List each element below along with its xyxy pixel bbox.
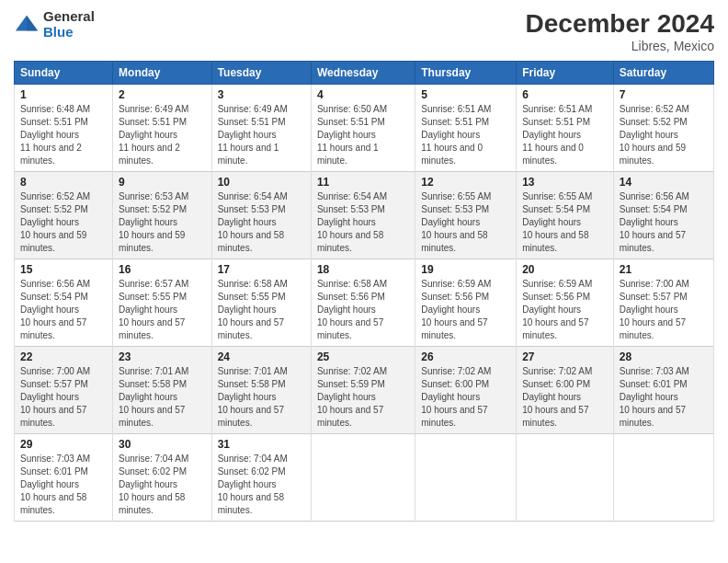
- header-tuesday: Tuesday: [211, 62, 311, 85]
- daylight-label: Daylight hours: [522, 130, 581, 140]
- day-info: Sunrise: 6:49 AM Sunset: 5:51 PM Dayligh…: [119, 103, 206, 167]
- sunrise-label: Sunrise: 6:59 AM: [421, 279, 491, 289]
- daylight-label: Daylight hours: [522, 217, 581, 227]
- sunrise-label: Sunrise: 6:53 AM: [119, 191, 188, 201]
- day-info: Sunrise: 6:57 AM Sunset: 5:55 PM Dayligh…: [119, 278, 206, 342]
- daylight-value: 10 hours and 59 minutes.: [119, 230, 185, 253]
- sunset-label: Sunset: 6:01 PM: [620, 379, 688, 389]
- day-info: Sunrise: 7:00 AM Sunset: 5:57 PM Dayligh…: [620, 278, 708, 342]
- sunset-label: Sunset: 5:51 PM: [218, 117, 286, 127]
- calendar-cell: 10 Sunrise: 6:54 AM Sunset: 5:53 PM Dayl…: [211, 172, 311, 259]
- day-number: 9: [119, 176, 206, 189]
- day-info: Sunrise: 7:02 AM Sunset: 5:59 PM Dayligh…: [317, 365, 409, 430]
- day-info: Sunrise: 6:48 AM Sunset: 5:51 PM Dayligh…: [20, 103, 107, 167]
- daylight-label: Daylight hours: [119, 479, 177, 489]
- calendar-cell: 30 Sunrise: 7:04 AM Sunset: 6:02 PM Dayl…: [113, 434, 212, 522]
- sunset-label: Sunset: 5:54 PM: [620, 204, 688, 214]
- sunrise-label: Sunrise: 6:52 AM: [20, 191, 90, 201]
- calendar-cell: 27 Sunrise: 7:02 AM Sunset: 6:00 PM Dayl…: [517, 347, 614, 434]
- calendar-cell: 6 Sunrise: 6:51 AM Sunset: 5:51 PM Dayli…: [517, 85, 614, 172]
- day-info: Sunrise: 7:04 AM Sunset: 6:02 PM Dayligh…: [119, 453, 206, 517]
- title-location: Libres, Mexico: [526, 39, 714, 53]
- calendar-cell: 31 Sunrise: 7:04 AM Sunset: 6:02 PM Dayl…: [211, 434, 311, 522]
- sunset-label: Sunset: 6:00 PM: [522, 379, 590, 389]
- daylight-value: 10 hours and 57 minutes.: [620, 317, 686, 340]
- logo-general: General: [43, 9, 95, 25]
- daylight-label: Daylight hours: [119, 304, 177, 315]
- day-info: Sunrise: 6:49 AM Sunset: 5:51 PM Dayligh…: [218, 103, 305, 167]
- day-info: Sunrise: 7:01 AM Sunset: 5:58 PM Dayligh…: [218, 365, 305, 430]
- day-number: 5: [421, 88, 510, 101]
- day-info: Sunrise: 6:52 AM Sunset: 5:52 PM Dayligh…: [20, 190, 107, 255]
- sunset-label: Sunset: 5:52 PM: [20, 204, 88, 214]
- calendar-header: Sunday Monday Tuesday Wednesday Thursday…: [15, 62, 714, 85]
- calendar-cell: 18 Sunrise: 6:58 AM Sunset: 5:56 PM Dayl…: [311, 259, 415, 347]
- sunset-label: Sunset: 5:53 PM: [421, 204, 489, 214]
- sunrise-label: Sunrise: 6:52 AM: [620, 104, 689, 114]
- header-thursday: Thursday: [415, 62, 517, 85]
- sunrise-label: Sunrise: 7:00 AM: [20, 366, 90, 376]
- day-info: Sunrise: 7:02 AM Sunset: 6:00 PM Dayligh…: [421, 365, 510, 430]
- calendar-cell: 1 Sunrise: 6:48 AM Sunset: 5:51 PM Dayli…: [15, 85, 113, 172]
- daylight-value: 10 hours and 57 minutes.: [119, 317, 185, 340]
- daylight-label: Daylight hours: [421, 130, 480, 140]
- sunset-label: Sunset: 5:53 PM: [317, 204, 385, 214]
- daylight-label: Daylight hours: [421, 217, 480, 227]
- sunset-label: Sunset: 5:57 PM: [620, 292, 688, 302]
- sunset-label: Sunset: 5:59 PM: [317, 379, 385, 389]
- calendar-cell: 20 Sunrise: 6:59 AM Sunset: 5:56 PM Dayl…: [517, 259, 614, 347]
- day-number: 4: [317, 88, 409, 101]
- calendar-cell: 9 Sunrise: 6:53 AM Sunset: 5:52 PM Dayli…: [113, 172, 212, 259]
- day-info: Sunrise: 7:03 AM Sunset: 6:01 PM Dayligh…: [620, 365, 708, 430]
- calendar-cell: 19 Sunrise: 6:59 AM Sunset: 5:56 PM Dayl…: [415, 259, 517, 347]
- day-info: Sunrise: 6:51 AM Sunset: 5:51 PM Dayligh…: [522, 103, 608, 167]
- header-monday: Monday: [113, 62, 212, 85]
- sunrise-label: Sunrise: 6:56 AM: [20, 279, 90, 289]
- sunrise-label: Sunrise: 6:49 AM: [119, 104, 188, 114]
- day-info: Sunrise: 6:50 AM Sunset: 5:51 PM Dayligh…: [317, 103, 409, 167]
- daylight-label: Daylight hours: [20, 392, 79, 402]
- daylight-value: 10 hours and 57 minutes.: [620, 230, 686, 253]
- day-number: 7: [620, 88, 708, 101]
- sunset-label: Sunset: 5:51 PM: [421, 117, 489, 127]
- sunrise-label: Sunrise: 6:49 AM: [218, 104, 288, 114]
- sunrise-label: Sunrise: 6:58 AM: [317, 279, 387, 289]
- calendar-cell: 29 Sunrise: 7:03 AM Sunset: 6:01 PM Dayl…: [15, 434, 113, 522]
- calendar-cell: 2 Sunrise: 6:49 AM Sunset: 5:51 PM Dayli…: [113, 85, 212, 172]
- sunset-label: Sunset: 5:55 PM: [218, 292, 286, 302]
- daylight-label: Daylight hours: [620, 304, 678, 315]
- calendar-cell: 8 Sunrise: 6:52 AM Sunset: 5:52 PM Dayli…: [15, 172, 113, 259]
- sunrise-label: Sunrise: 7:04 AM: [218, 454, 288, 464]
- daylight-value: 10 hours and 57 minutes.: [119, 405, 185, 428]
- calendar-cell: 16 Sunrise: 6:57 AM Sunset: 5:55 PM Dayl…: [113, 259, 212, 347]
- calendar-cell: 26 Sunrise: 7:02 AM Sunset: 6:00 PM Dayl…: [415, 347, 517, 434]
- daylight-value: 10 hours and 59 minutes.: [620, 143, 686, 166]
- sunset-label: Sunset: 5:51 PM: [20, 117, 88, 127]
- daylight-label: Daylight hours: [218, 217, 277, 227]
- week-row-3: 15 Sunrise: 6:56 AM Sunset: 5:54 PM Dayl…: [15, 259, 714, 347]
- daylight-value: 10 hours and 57 minutes.: [421, 405, 487, 428]
- daylight-value: 11 hours and 1 minute.: [218, 143, 279, 166]
- day-info: Sunrise: 7:02 AM Sunset: 6:00 PM Dayligh…: [522, 365, 608, 430]
- daylight-label: Daylight hours: [620, 392, 678, 402]
- daylight-label: Daylight hours: [620, 217, 678, 227]
- calendar-cell: 3 Sunrise: 6:49 AM Sunset: 5:51 PM Dayli…: [211, 85, 311, 172]
- day-number: 8: [20, 176, 107, 189]
- sunrise-label: Sunrise: 7:04 AM: [119, 454, 188, 464]
- sunrise-label: Sunrise: 6:59 AM: [522, 279, 592, 289]
- daylight-label: Daylight hours: [522, 392, 581, 402]
- daylight-value: 10 hours and 59 minutes.: [20, 230, 86, 253]
- calendar-cell: 13 Sunrise: 6:55 AM Sunset: 5:54 PM Dayl…: [517, 172, 614, 259]
- calendar-cell: 17 Sunrise: 6:58 AM Sunset: 5:55 PM Dayl…: [211, 259, 311, 347]
- sunset-label: Sunset: 5:55 PM: [119, 292, 187, 302]
- sunset-label: Sunset: 5:54 PM: [522, 204, 590, 214]
- sunrise-label: Sunrise: 7:01 AM: [218, 366, 288, 376]
- day-number: 12: [421, 176, 510, 189]
- week-row-5: 29 Sunrise: 7:03 AM Sunset: 6:01 PM Dayl…: [15, 434, 714, 522]
- day-number: 25: [317, 350, 409, 363]
- sunrise-label: Sunrise: 7:03 AM: [620, 366, 689, 376]
- logo-icon: [14, 12, 40, 38]
- logo: General Blue: [14, 9, 95, 40]
- daylight-value: 10 hours and 57 minutes.: [522, 405, 588, 428]
- sunset-label: Sunset: 5:57 PM: [20, 379, 88, 389]
